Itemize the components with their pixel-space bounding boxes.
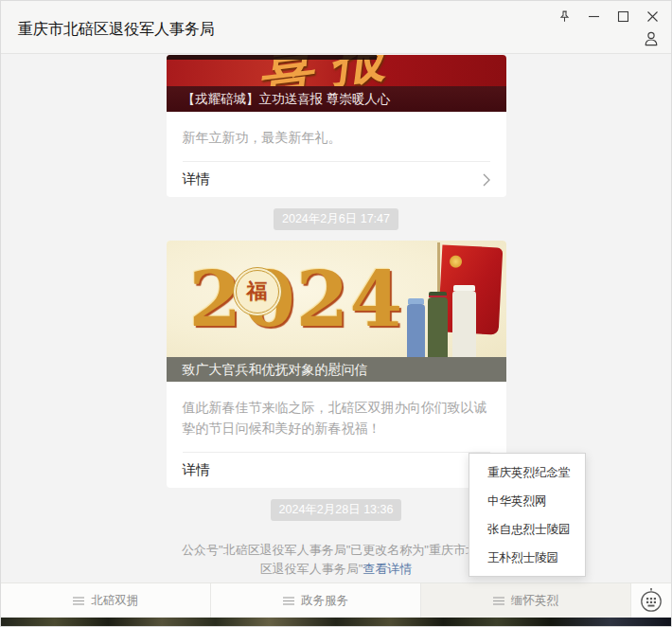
article-cover-image: 2024 福	[167, 241, 506, 357]
image-dark-edge	[167, 55, 378, 60]
minimize-icon[interactable]	[579, 5, 609, 27]
chevron-right-icon	[483, 173, 490, 187]
system-message: 公众号"北碚区退役军人事务局"已更改名称为"重庆市北碚区退役军人事务局"查看详情	[176, 541, 496, 579]
article-card-gongbao[interactable]: 喜报 【戎耀碚城】立功送喜报 尊崇暖人心 新年立新功，最美新年礼。 详情	[167, 55, 506, 197]
view-details-link[interactable]: 查看详情	[363, 562, 412, 576]
menu-lines-icon	[283, 597, 294, 605]
article-title-banner: 致广大官兵和优抚对象的慰问信	[167, 357, 506, 382]
tab-label: 政务服务	[301, 593, 348, 609]
menu-lines-icon	[73, 597, 84, 605]
bottom-menu-bar: 北碚双拥 政务服务 缅怀英烈	[1, 582, 671, 618]
timestamp: 2024年2月6日 17:47	[167, 208, 506, 230]
window-controls	[550, 5, 667, 27]
detail-link-row[interactable]: 详情	[183, 453, 490, 488]
pin-icon[interactable]	[550, 5, 579, 27]
message-feed: 喜报 【戎耀碚城】立功送喜报 尊崇暖人心 新年立新功，最美新年礼。 详情 202…	[167, 55, 506, 579]
soldier-figure-white	[452, 291, 476, 357]
system-message-text: 公众号"北碚区退役军人事务局"已更改名称为"重庆市北碚区退役军人事务局"	[182, 543, 490, 576]
soldier-figure-blue	[407, 304, 425, 357]
keyboard-toggle-button[interactable]	[630, 583, 671, 618]
detail-label: 详情	[183, 170, 210, 188]
tab-zhengwu-fuwu[interactable]: 政务服务	[210, 583, 419, 618]
soldier-cap	[429, 292, 447, 297]
popup-item-zhangzizhong[interactable]: 张自忠烈士陵园	[469, 515, 585, 544]
timestamp-badge: 2024年2月28日 13:36	[271, 499, 402, 521]
popup-item-jinianting[interactable]: 重庆英烈纪念堂	[469, 458, 585, 487]
article-body: 值此新春佳节来临之际，北碚区双拥办向你们致以诚挚的节日问候和美好的新春祝福！ 详…	[167, 397, 506, 488]
article-summary: 新年立新功，最美新年礼。	[183, 127, 490, 148]
keyboard-toggle-icon	[639, 587, 663, 614]
article-title-banner: 【戎耀碚城】立功送喜报 尊崇暖人心	[167, 86, 506, 112]
menu-lines-icon	[493, 597, 504, 605]
profile-person-icon[interactable]	[641, 29, 662, 48]
tab-label: 北碚双拥	[91, 593, 138, 609]
article-body: 新年立新功，最美新年礼。 详情	[167, 127, 506, 197]
article-cover-image: 喜报	[167, 55, 506, 86]
article-summary: 值此新春佳节来临之际，北碚区双拥办向你们致以诚挚的节日问候和美好的新春祝福！	[183, 397, 490, 439]
menu-popup: 重庆英烈纪念堂 中华英烈网 张自忠烈士陵园 王朴烈士陵园	[469, 453, 586, 577]
title-bar: 重庆市北碚区退役军人事务局	[1, 1, 671, 54]
fu-seal-icon: 福	[233, 267, 282, 316]
popup-item-yingliewang[interactable]: 中华英烈网	[469, 487, 585, 515]
soldier-cap	[453, 285, 475, 291]
timestamp: 2024年2月28日 13:36	[167, 499, 506, 521]
article-card-weiwenxin[interactable]: 2024 福 致广大官兵和优抚对象的慰问信 值此新春佳节来临之际，北碚区双拥办向…	[167, 241, 506, 488]
window-title: 重庆市北碚区退役军人事务局	[18, 20, 215, 40]
flag-star-icon	[449, 255, 463, 269]
soldier-cap	[408, 298, 424, 304]
tab-label: 缅怀英烈	[511, 593, 558, 609]
detail-label: 详情	[183, 461, 210, 479]
tab-mianhuai-yinglie[interactable]: 缅怀英烈	[420, 583, 630, 618]
desktop-wallpaper-strip	[1, 618, 671, 627]
new-year-2024-text: 2024	[189, 254, 404, 345]
popup-item-wangpu[interactable]: 王朴烈士陵园	[469, 544, 585, 572]
tab-beibei-shuangyong[interactable]: 北碚双拥	[1, 583, 210, 618]
detail-link-row[interactable]: 详情	[183, 162, 490, 197]
soldier-figure-green	[428, 297, 448, 357]
maximize-icon[interactable]	[609, 5, 638, 27]
timestamp-badge: 2024年2月6日 17:47	[274, 208, 398, 230]
close-icon[interactable]	[638, 5, 667, 27]
